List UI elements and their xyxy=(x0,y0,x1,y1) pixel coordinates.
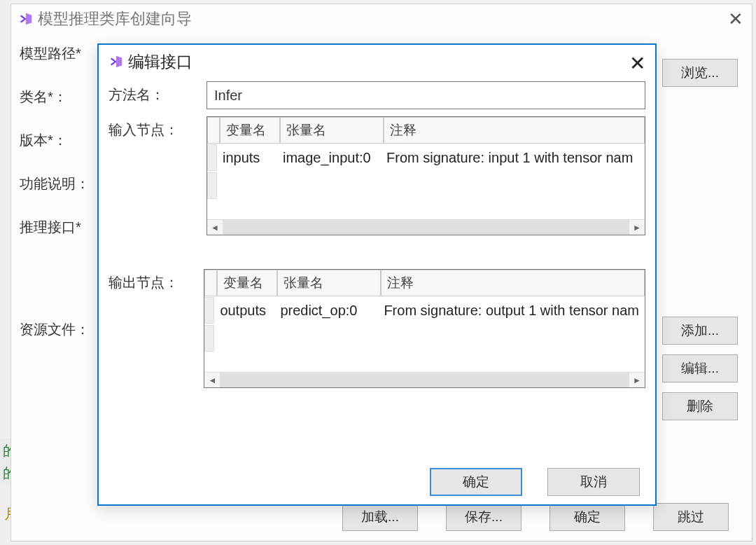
output-nodes-table[interactable]: 变量名 张量名 注释 outputs predict_op:0 From sig… xyxy=(204,269,645,388)
dialog-title: 编辑接口 xyxy=(128,51,192,73)
skip-button[interactable]: 跳过 xyxy=(653,503,729,531)
dialog-cancel-button[interactable]: 取消 xyxy=(547,468,640,496)
cell-tensor[interactable]: image_input:0 xyxy=(277,150,381,166)
save-button[interactable]: 保存... xyxy=(446,503,522,531)
scroll-left-icon[interactable]: ◄ xyxy=(207,220,223,235)
col-comment[interactable]: 注释 xyxy=(384,117,645,144)
load-button[interactable]: 加载... xyxy=(342,503,418,531)
col-comment[interactable]: 注释 xyxy=(381,270,645,296)
dialog-close-icon[interactable]: ✕ xyxy=(629,52,645,75)
label-model-path: 模型路径* xyxy=(20,44,104,63)
label-version: 版本*： xyxy=(20,131,104,150)
row-marker xyxy=(204,297,214,324)
wizard-titlebar: 模型推理类库创建向导 ✕ xyxy=(11,4,752,34)
wizard-close-icon[interactable]: ✕ xyxy=(728,10,743,28)
browse-button[interactable]: 浏览... xyxy=(662,59,738,87)
label-class-name: 类名*： xyxy=(20,88,104,106)
horizontal-scrollbar[interactable]: ◄ ► xyxy=(207,219,645,235)
col-var-name[interactable]: 变量名 xyxy=(217,270,277,296)
vs-logo-icon xyxy=(18,11,34,27)
method-name-input[interactable] xyxy=(206,81,645,109)
cell-var[interactable]: inputs xyxy=(217,150,277,166)
label-output-nodes: 输出节点： xyxy=(108,269,204,292)
dialog-titlebar: 编辑接口 ✕ xyxy=(99,45,655,78)
row-marker xyxy=(207,172,217,199)
col-tensor-name[interactable]: 张量名 xyxy=(277,270,381,296)
table-row-empty[interactable] xyxy=(204,324,645,352)
label-infer-interface: 推理接口* xyxy=(20,218,104,237)
col-tensor-name[interactable]: 张量名 xyxy=(280,117,384,144)
vs-logo-icon xyxy=(108,54,124,69)
add-interface-button[interactable]: 添加... xyxy=(662,317,738,345)
label-resource-files: 资源文件： xyxy=(20,320,104,339)
wizard-bottom-buttons: 加载... 保存... 确定 跳过 xyxy=(11,503,752,531)
horizontal-scrollbar[interactable]: ◄ ► xyxy=(204,372,645,387)
delete-interface-button[interactable]: 删除 xyxy=(662,392,738,420)
scroll-right-icon[interactable]: ► xyxy=(629,373,645,387)
label-method-name: 方法名： xyxy=(108,81,206,104)
scroll-left-icon[interactable]: ◄ xyxy=(204,373,220,387)
wizard-title: 模型推理类库创建向导 xyxy=(38,8,192,29)
cell-comment[interactable]: From signature: output 1 with tensor nam xyxy=(378,303,645,319)
table-header: 变量名 张量名 注释 xyxy=(207,117,645,144)
row-marker xyxy=(204,325,214,352)
table-header: 变量名 张量名 注释 xyxy=(204,270,645,296)
input-nodes-table[interactable]: 变量名 张量名 注释 inputs image_input:0 From sig… xyxy=(206,116,645,235)
wizard-ok-button[interactable]: 确定 xyxy=(550,503,625,531)
cell-tensor[interactable]: predict_op:0 xyxy=(274,303,378,319)
dialog-ok-button[interactable]: 确定 xyxy=(430,468,522,496)
row-marker xyxy=(207,144,217,171)
label-function-desc: 功能说明： xyxy=(20,174,104,193)
dialog-footer: 确定 取消 xyxy=(99,460,655,504)
edit-interface-dialog: 编辑接口 ✕ 方法名： 输入节点： 变量名 张量名 注释 inputs im xyxy=(97,43,657,506)
table-row[interactable]: outputs predict_op:0 From signature: out… xyxy=(204,296,645,324)
wizard-right-buttons: 浏览... 添加... 编辑... 删除 添加... 编辑... 删除 xyxy=(662,59,738,545)
table-row[interactable]: inputs image_input:0 From signature: inp… xyxy=(207,144,645,172)
edit-interface-button[interactable]: 编辑... xyxy=(662,354,738,382)
label-input-nodes: 输入节点： xyxy=(108,116,206,139)
scroll-right-icon[interactable]: ► xyxy=(629,220,645,235)
cell-var[interactable]: outputs xyxy=(214,303,274,319)
col-var-name[interactable]: 变量名 xyxy=(220,117,280,144)
cell-comment[interactable]: From signature: input 1 with tensor nam xyxy=(381,150,645,166)
table-row-empty[interactable] xyxy=(207,172,645,200)
